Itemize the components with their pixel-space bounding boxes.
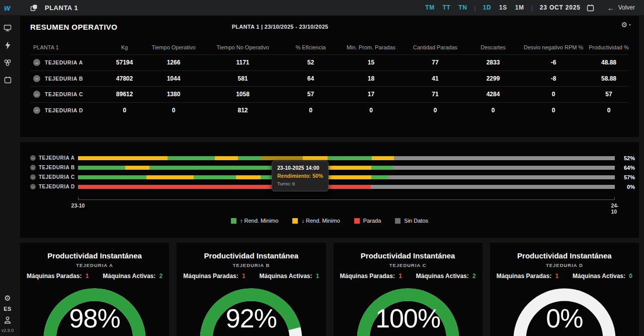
row-expand-arrow-icon[interactable]: → bbox=[30, 184, 36, 189]
timeline-segment[interactable] bbox=[325, 175, 371, 179]
timeline-segment[interactable] bbox=[394, 156, 615, 160]
machines-row: Máquinas Paradas: 1Máquinas Activas: 2 bbox=[334, 273, 482, 280]
productivity-card: Productividad InstantáneaTEJEDURIA BMáqu… bbox=[177, 243, 326, 336]
tooltip-datetime: 23-10-2025 14:00 bbox=[277, 164, 323, 172]
table-cell: 15 bbox=[340, 59, 403, 66]
table-row[interactable]: →TEJEDURIA A57194126611715215772833-648.… bbox=[30, 54, 629, 71]
legend-item[interactable]: ↓ Rend. Minimo bbox=[292, 218, 340, 224]
row-expand-arrow-icon[interactable]: → bbox=[33, 107, 40, 114]
panel-settings-button[interactable]: ⚙ ▾ bbox=[621, 21, 631, 28]
range-filter-1s[interactable]: 1S bbox=[499, 4, 507, 11]
user-profile-icon[interactable] bbox=[4, 316, 12, 324]
shift-filter-tt[interactable]: TT bbox=[443, 4, 451, 11]
timeline-segment[interactable] bbox=[146, 175, 194, 179]
column-header: % Eficiencia bbox=[282, 44, 340, 50]
row-expand-arrow-icon[interactable]: → bbox=[33, 75, 40, 82]
table-row[interactable]: →TEJEDURIA D00812000000 bbox=[30, 102, 629, 118]
calendar-icon[interactable] bbox=[4, 76, 12, 84]
table-header-row: PLANTA 1KgTiempo OperativoTiempo No Oper… bbox=[30, 40, 629, 54]
machines-stopped-label: Máquinas Paradas: bbox=[27, 273, 82, 280]
timeline-segment[interactable] bbox=[328, 156, 371, 160]
timeline-segment[interactable] bbox=[125, 166, 149, 170]
timeline-row-label[interactable]: →TEJEDURIA D bbox=[30, 184, 78, 189]
timeline-segment[interactable] bbox=[388, 175, 615, 179]
machines-active-label: Máquinas Activas: bbox=[573, 273, 625, 280]
timeline-segment[interactable] bbox=[78, 156, 168, 160]
shift-filter-tn[interactable]: TN bbox=[458, 4, 467, 11]
timeline-row-label[interactable]: →TEJEDURIA C bbox=[30, 174, 78, 180]
gauge-percent-value: 100% bbox=[355, 305, 461, 331]
timeline-segment[interactable] bbox=[238, 156, 261, 160]
legend-item[interactable]: ↑ Rend. Minimo bbox=[231, 218, 278, 224]
back-button[interactable]: ← Volver bbox=[607, 4, 635, 12]
timeline-segment[interactable] bbox=[371, 166, 394, 170]
timeline-segment[interactable] bbox=[168, 156, 215, 160]
svg-text:w: w bbox=[4, 4, 11, 12]
table-cell: 52 bbox=[282, 59, 340, 66]
timeline-bar[interactable] bbox=[78, 166, 615, 170]
legend-item[interactable]: Sin Datos bbox=[395, 218, 428, 224]
machines-stopped-label: Máquinas Paradas: bbox=[340, 273, 395, 280]
machines-cluster-icon[interactable] bbox=[4, 59, 12, 66]
table-cell: 57 bbox=[282, 91, 340, 98]
machines-stopped: Máquinas Paradas: 1 bbox=[27, 273, 89, 280]
column-header: Kg bbox=[106, 44, 143, 50]
timeline-row: →TEJEDURIA A52% bbox=[20, 153, 639, 163]
row-expand-arrow-icon[interactable]: → bbox=[33, 59, 40, 66]
timeline-segment[interactable] bbox=[215, 156, 238, 160]
row-expand-arrow-icon[interactable]: → bbox=[30, 155, 36, 161]
timeline-segment[interactable] bbox=[371, 175, 388, 179]
topbar-divider: | bbox=[531, 4, 532, 12]
column-header: Desvio negativo RPM % bbox=[518, 44, 589, 50]
timeline-segment[interactable] bbox=[393, 166, 615, 170]
legend-item[interactable]: Parada bbox=[354, 218, 381, 224]
timeline-row-label[interactable]: →TEJEDURIA A bbox=[30, 155, 78, 161]
date-display[interactable]: 23 OCT 2025 bbox=[540, 4, 581, 11]
timeline-segment[interactable] bbox=[325, 166, 371, 170]
shift-filter-tm[interactable]: TM bbox=[425, 4, 434, 11]
timeline-segment[interactable] bbox=[371, 185, 615, 189]
settings-gear-icon[interactable]: ⚙ bbox=[4, 294, 11, 302]
timeline-segment[interactable] bbox=[261, 156, 303, 160]
language-selector[interactable]: ES bbox=[4, 306, 12, 312]
table-row[interactable]: →TEJEDURIA C89612138010585717714284057 bbox=[30, 86, 629, 102]
energy-bolt-icon[interactable] bbox=[5, 41, 11, 49]
legend-swatch bbox=[354, 218, 360, 224]
timeline-bar[interactable] bbox=[78, 156, 615, 160]
range-filter-1m[interactable]: 1M bbox=[515, 4, 524, 11]
table-cell: 1171 bbox=[204, 59, 282, 66]
app-logo-icon[interactable]: w bbox=[4, 3, 15, 12]
table-cell: -6 bbox=[518, 59, 589, 66]
timeline-row: →TEJEDURIA C57% bbox=[20, 172, 639, 182]
machines-stopped-label: Máquinas Paradas: bbox=[183, 273, 238, 280]
machines-stopped: Máquinas Paradas: 1 bbox=[497, 273, 558, 280]
legend-swatch bbox=[292, 218, 298, 224]
timeline-row-label[interactable]: →TEJEDURIA B bbox=[30, 165, 78, 170]
row-expand-arrow-icon[interactable]: → bbox=[33, 91, 40, 98]
timeline-bar[interactable] bbox=[78, 175, 615, 179]
timeline-segment[interactable] bbox=[303, 156, 328, 160]
timeline-segment[interactable] bbox=[372, 156, 394, 160]
back-arrow-icon: ← bbox=[607, 4, 615, 12]
range-filter-1d[interactable]: 1D bbox=[483, 4, 491, 11]
card-site-name: TEJEDURIA B bbox=[177, 262, 326, 268]
timeline-percent: 52% bbox=[615, 155, 639, 161]
legend-label: ↑ Rend. Minimo bbox=[240, 218, 278, 224]
column-header: Tiempo No Operativo bbox=[204, 44, 282, 50]
calendar-icon[interactable] bbox=[587, 4, 594, 12]
table-cell: 2299 bbox=[468, 75, 518, 82]
table-cell: 0 bbox=[106, 107, 143, 114]
timeline-segment[interactable] bbox=[194, 175, 235, 179]
machines-stopped-value: 1 bbox=[553, 273, 558, 280]
monitor-icon[interactable] bbox=[4, 24, 12, 32]
row-expand-arrow-icon[interactable]: → bbox=[30, 165, 36, 170]
panel-subtitle: PLANTA 1 | 23/10/2025 - 23/10/2025 bbox=[232, 24, 329, 30]
site-name: TEJEDURIA C bbox=[45, 91, 83, 97]
timeline-segment[interactable] bbox=[78, 166, 125, 170]
row-expand-arrow-icon[interactable]: → bbox=[30, 174, 36, 180]
timeline-bar[interactable] bbox=[78, 185, 615, 189]
timeline-segment[interactable] bbox=[78, 175, 146, 179]
table-row[interactable]: →TEJEDURIA B4780210445816418412299-858.8… bbox=[30, 71, 629, 87]
timeline-segment[interactable] bbox=[236, 175, 261, 179]
windows-icon[interactable] bbox=[30, 4, 38, 12]
